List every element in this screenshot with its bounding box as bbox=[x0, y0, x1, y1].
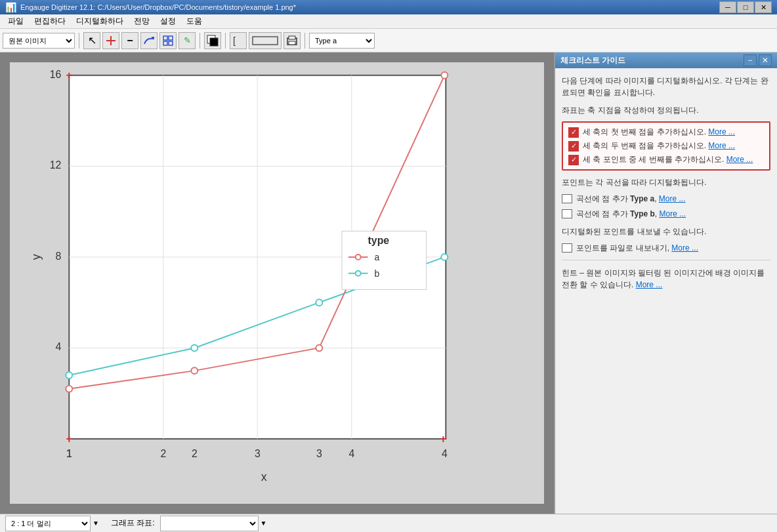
curve-item-1-text: 곡선에 점 추가 Type a, More ... bbox=[576, 194, 770, 205]
sidebar-close-btn[interactable]: ✕ bbox=[759, 54, 772, 66]
svg-rect-4 bbox=[169, 36, 173, 40]
intro-text: 다음 단계에 따라 이미지를 디지털화하십시오. 각 단계는 완료되면 확인을 … bbox=[562, 75, 770, 98]
axis-item-2: ✓ 세 축의 두 번째 점을 추가하십시오. More ... bbox=[568, 140, 764, 152]
curve-item-1: 곡선에 점 추가 Type a, More ... bbox=[562, 194, 770, 205]
bracket-button[interactable]: [ bbox=[230, 32, 247, 49]
svg-text:type: type bbox=[368, 235, 390, 246]
svg-text:2: 2 bbox=[160, 448, 166, 459]
color-box-button[interactable] bbox=[204, 32, 221, 49]
svg-text:1: 1 bbox=[66, 448, 72, 459]
curve-draw-button[interactable] bbox=[140, 32, 158, 49]
svg-text:3: 3 bbox=[316, 448, 322, 459]
svg-text:[: [ bbox=[233, 35, 236, 46]
coord-select[interactable] bbox=[160, 516, 259, 531]
svg-point-44 bbox=[316, 345, 322, 352]
canvas-area[interactable]: 16 12 8 4 1 2 3 4 x y bbox=[0, 52, 554, 514]
export-item-1-text: 포인트를 파일로 내보내기, More ... bbox=[576, 243, 770, 254]
curve-item-1-more[interactable]: More ... bbox=[659, 194, 686, 203]
curve-item-2-more[interactable]: More ... bbox=[659, 209, 686, 218]
svg-rect-3 bbox=[163, 36, 167, 40]
svg-rect-6 bbox=[169, 41, 173, 45]
minus-button[interactable]: − bbox=[121, 32, 138, 49]
svg-rect-13 bbox=[289, 41, 295, 45]
sidebar-minimize-btn[interactable]: − bbox=[744, 54, 757, 66]
svg-text:a: a bbox=[374, 252, 379, 262]
menu-help[interactable]: 도움 bbox=[181, 14, 207, 28]
curve-section-label: 포인트는 각 곡선을 따라 디지털화됩니다. bbox=[562, 177, 770, 188]
chart-container: 16 12 8 4 1 2 3 4 x y bbox=[10, 62, 544, 504]
axis-item-1-more[interactable]: More ... bbox=[708, 127, 735, 136]
pencil-green-button[interactable]: ✎ bbox=[178, 32, 196, 49]
svg-text:2: 2 bbox=[192, 448, 198, 459]
print-button[interactable] bbox=[284, 32, 301, 49]
sidebar-title: 체크리스트 가이드 bbox=[560, 55, 625, 66]
axis-item-2-text: 세 축의 두 번째 점을 추가하십시오. More ... bbox=[583, 140, 764, 152]
curve-check-1 bbox=[562, 194, 572, 203]
toolbar: 원본 이미지 ↖ − ✎ [ bbox=[0, 29, 777, 52]
axis-section-label: 좌표는 축 지점을 작성하여 정의됩니다. bbox=[562, 105, 770, 116]
export-section-label: 디지털화된 포인트를 내보낼 수 있습니다. bbox=[562, 226, 770, 237]
aspect-button[interactable] bbox=[249, 32, 282, 49]
svg-text:16: 16 bbox=[50, 69, 62, 80]
axis-check-2: ✓ bbox=[568, 141, 579, 152]
maximize-button[interactable]: □ bbox=[737, 1, 754, 13]
sidebar-header: 체크리스트 가이드 − ✕ bbox=[555, 52, 777, 68]
curve-check-2 bbox=[562, 209, 572, 218]
status-bar: 2 : 1 더 멀리 ▼ 그래프 좌표: ▼ bbox=[0, 514, 777, 532]
window-title: Engauge Digitizer 12.1: C:/Users/User/Dr… bbox=[20, 3, 719, 11]
axis-item-2-more[interactable]: More ... bbox=[708, 141, 735, 150]
svg-rect-2 bbox=[152, 37, 154, 39]
axis-point-button[interactable] bbox=[102, 32, 119, 49]
export-item-1-more[interactable]: More ... bbox=[671, 243, 698, 253]
axis-check-3: ✓ bbox=[568, 155, 579, 165]
export-check-1 bbox=[562, 243, 572, 253]
menu-edit[interactable]: 편집하다 bbox=[29, 14, 71, 28]
menu-view[interactable]: 전망 bbox=[129, 14, 155, 28]
svg-text:4: 4 bbox=[442, 448, 448, 459]
arrow-tool-button[interactable]: ↖ bbox=[83, 32, 100, 49]
curve-type-select[interactable]: Type a bbox=[309, 33, 375, 49]
menu-settings[interactable]: 설정 bbox=[155, 14, 181, 28]
curve-item-2: 곡선에 점 추가 Type b, More ... bbox=[562, 209, 770, 220]
window-controls: ─ □ ✕ bbox=[719, 1, 772, 13]
svg-point-42 bbox=[66, 386, 72, 392]
toolbar-separator-4 bbox=[304, 33, 305, 49]
svg-point-53 bbox=[356, 255, 361, 260]
axis-item-3-more[interactable]: More ... bbox=[726, 155, 753, 164]
axis-item-1: ✓ 세 축의 첫 번째 점을 추가하십시오. More ... bbox=[568, 127, 764, 138]
main-area: 16 12 8 4 1 2 3 4 x y bbox=[0, 52, 777, 514]
section-divider bbox=[562, 260, 770, 260]
svg-text:4: 4 bbox=[348, 448, 354, 459]
zoom-dropdown-arrow: ▼ bbox=[93, 520, 99, 527]
svg-rect-12 bbox=[289, 36, 295, 39]
app-icon: 📊 bbox=[5, 2, 16, 12]
chart-svg: 16 12 8 4 1 2 3 4 x y bbox=[10, 62, 544, 504]
menu-file[interactable]: 파일 bbox=[3, 14, 29, 28]
view-select[interactable]: 원본 이미지 bbox=[3, 33, 75, 49]
title-bar: 📊 Engauge Digitizer 12.1: C:/Users/User/… bbox=[0, 0, 777, 14]
close-button[interactable]: ✕ bbox=[755, 1, 772, 13]
svg-point-40 bbox=[316, 299, 322, 306]
curve-item-2-text: 곡선에 점 추가 Type b, More ... bbox=[576, 209, 770, 220]
zoom-select[interactable]: 2 : 1 더 멀리 bbox=[5, 516, 91, 531]
minimize-button[interactable]: ─ bbox=[719, 1, 736, 13]
svg-text:3: 3 bbox=[255, 448, 261, 459]
sidebar: 체크리스트 가이드 − ✕ 다음 단계에 따라 이미지를 디지털화하십시오. 각… bbox=[554, 52, 777, 514]
axis-checklist: ✓ 세 축의 첫 번째 점을 추가하십시오. More ... ✓ 세 축의 두… bbox=[562, 121, 770, 171]
menu-bar: 파일 편집하다 디지털화하다 전망 설정 도움 bbox=[0, 14, 777, 29]
svg-text:b: b bbox=[374, 268, 379, 279]
svg-rect-8 bbox=[210, 38, 218, 46]
axis-item-1-text: 세 축의 첫 번째 점을 추가하십시오. More ... bbox=[583, 127, 764, 138]
svg-point-56 bbox=[356, 271, 361, 276]
axis-check-1: ✓ bbox=[568, 127, 579, 138]
svg-point-39 bbox=[191, 345, 198, 352]
hint-more[interactable]: More ... bbox=[636, 280, 663, 289]
toolbar-separator-1 bbox=[79, 33, 79, 49]
svg-point-38 bbox=[66, 372, 72, 379]
coord-dropdown-arrow: ▼ bbox=[261, 520, 267, 527]
svg-point-43 bbox=[191, 367, 198, 374]
menu-digitize[interactable]: 디지털화하다 bbox=[71, 14, 129, 28]
grid-button[interactable] bbox=[159, 32, 177, 49]
hint-text: 힌트 – 원본 이미지와 필터링 된 이미지간에 배경 이미지를 전환 할 수 … bbox=[562, 267, 770, 291]
svg-text:x: x bbox=[261, 470, 267, 483]
